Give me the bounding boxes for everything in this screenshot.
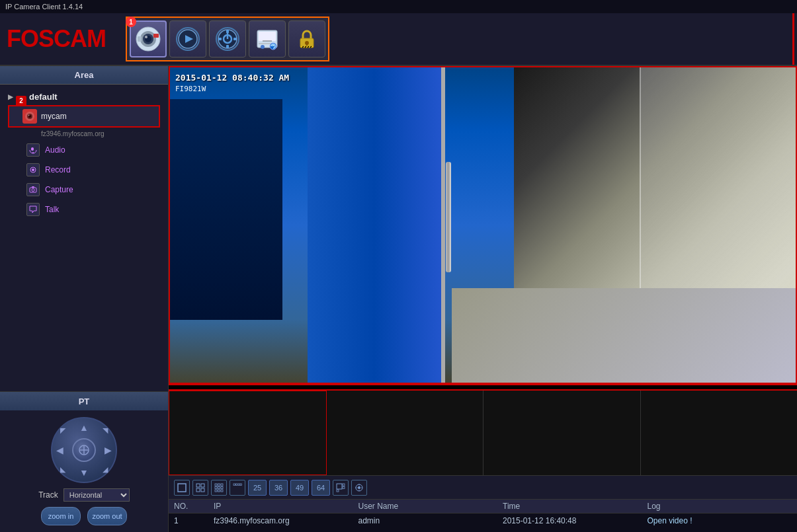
- pt-down-arrow[interactable]: ▼: [79, 467, 89, 478]
- pt-downleft-arrow[interactable]: ◣: [60, 465, 65, 474]
- layout-3x3-button[interactable]: [211, 480, 227, 496]
- record-label: Record: [45, 165, 71, 174]
- log-col-no: NO.: [174, 502, 214, 511]
- pt-upleft-arrow[interactable]: ◤: [60, 426, 65, 435]
- log-row-ip: fz3946.myfoscam.org: [214, 516, 358, 525]
- pt-right-arrow[interactable]: ▶: [105, 445, 112, 455]
- video-area: 2015-01-12 08:40:32 AM FI9821W: [169, 66, 797, 532]
- secondary-videos: [169, 389, 797, 475]
- zoom-in-label: zoom in: [48, 512, 74, 520]
- camera-item[interactable]: mycam: [8, 105, 160, 128]
- record-icon: [26, 163, 40, 176]
- layout-36-button[interactable]: 36: [269, 480, 288, 496]
- talk-menu-item[interactable]: Talk: [5, 200, 163, 219]
- pt-center-button[interactable]: [72, 438, 96, 462]
- capture-label: Capture: [45, 185, 73, 194]
- svg-point-44: [32, 189, 34, 192]
- svg-rect-60: [215, 490, 217, 492]
- zoom-out-label: zoom out: [92, 512, 122, 520]
- layout-custom1-button[interactable]: [333, 480, 349, 496]
- settings-button[interactable]: [209, 20, 246, 57]
- record-menu-item[interactable]: Record: [5, 160, 163, 180]
- svg-rect-68: [343, 484, 345, 486]
- svg-rect-39: [31, 147, 34, 151]
- audio-icon: [26, 143, 40, 157]
- camera-button[interactable]: 1: [130, 20, 167, 57]
- play-button[interactable]: [169, 20, 206, 57]
- zoom-row: zoom in zoom out: [41, 507, 127, 525]
- layout-25-button[interactable]: 25: [248, 480, 267, 496]
- svg-rect-63: [233, 484, 235, 486]
- zoom-in-button[interactable]: zoom in: [41, 507, 81, 525]
- video-timestamp: 2015-01-12 08:40:32 AM: [175, 73, 289, 83]
- svg-rect-52: [196, 488, 200, 492]
- capture-menu-item[interactable]: Capture: [5, 180, 163, 200]
- video-divider: [169, 384, 797, 389]
- pt-downright-arrow[interactable]: ◢: [103, 465, 108, 474]
- audio-menu-item[interactable]: Audio: [5, 140, 163, 160]
- lock-button[interactable]: [288, 20, 325, 57]
- pt-joystick: ▲ ▼ ◀ ▶ ◤ ◥ ◣ ◢: [51, 417, 117, 483]
- pt-left-arrow[interactable]: ◀: [56, 445, 63, 455]
- camera-group: ▶ 2 default: [0, 87, 168, 222]
- layout-2x2-button[interactable]: [192, 480, 208, 496]
- log-col-ip: IP: [214, 502, 358, 511]
- camera-num-badge: 1: [126, 17, 136, 27]
- svg-point-22: [261, 45, 265, 49]
- video-toolbar: 25 36 49 64: [169, 475, 797, 499]
- svg-rect-15: [218, 38, 222, 40]
- network-button[interactable]: [249, 20, 286, 57]
- pt-section: PT ▲ ▼ ◀ ▶ ◤ ◥ ◣ ◢: [0, 391, 168, 532]
- layout-49-button[interactable]: 49: [290, 480, 309, 496]
- toolbar-buttons: 1: [126, 17, 329, 61]
- svg-rect-56: [221, 484, 223, 486]
- pt-upright-arrow[interactable]: ◥: [103, 426, 108, 435]
- fullscreen-button[interactable]: [351, 480, 367, 496]
- camera-url: fz3946.myfoscam.org: [22, 129, 163, 140]
- svg-rect-54: [215, 484, 217, 486]
- cam-door: [308, 67, 445, 383]
- svg-rect-62: [221, 490, 223, 492]
- secondary-video-1[interactable]: [169, 391, 327, 475]
- layout-1x1-button[interactable]: [174, 480, 190, 496]
- group-arrow: ▶: [8, 93, 13, 100]
- svg-point-42: [32, 169, 34, 171]
- log-col-log: Log: [648, 502, 792, 511]
- audio-label: Audio: [45, 145, 65, 155]
- log-row-action: Open video !: [648, 516, 792, 525]
- layout-64-button[interactable]: 64: [312, 480, 330, 496]
- svg-rect-16: [233, 38, 237, 40]
- cam-desk: [170, 99, 282, 320]
- cam-glass: [640, 67, 796, 288]
- main-video[interactable]: 2015-01-12 08:40:32 AM FI9821W: [169, 66, 797, 384]
- svg-rect-14: [226, 45, 229, 48]
- cam-floor-tiles: [452, 288, 796, 383]
- video-model: FI9821W: [175, 85, 206, 93]
- log-col-username: User Name: [358, 502, 503, 511]
- pt-ring: ▲ ▼ ◀ ▶ ◤ ◥ ◣ ◢: [51, 417, 117, 483]
- camera-group-header[interactable]: ▶ 2 default: [5, 90, 163, 104]
- settings-icon: [215, 26, 240, 52]
- cam-door-handle: [446, 162, 451, 272]
- lock-icon: [294, 26, 319, 52]
- area-header: Area: [0, 66, 168, 85]
- zoom-out-button[interactable]: zoom out: [87, 507, 127, 525]
- talk-label: Talk: [45, 205, 59, 214]
- layout-4x4-button[interactable]: [230, 480, 245, 496]
- secondary-video-4[interactable]: [641, 391, 798, 475]
- titlebar: IP Camera Client 1.4.14: [0, 0, 797, 13]
- camera-name: mycam: [41, 112, 67, 121]
- secondary-video-2[interactable]: [327, 391, 484, 475]
- track-select[interactable]: Horizontal Vertical Auto: [63, 488, 130, 502]
- camera-tree: ▶ 2 default: [0, 85, 168, 391]
- track-row: Track Horizontal Vertical Auto: [38, 488, 130, 502]
- svg-point-38: [28, 115, 30, 116]
- log-header: NO. IP User Name Time Log: [169, 500, 797, 513]
- app-title: IP Camera Client 1.4.14: [5, 3, 83, 11]
- svg-rect-58: [218, 486, 220, 488]
- talk-icon: [26, 203, 40, 216]
- svg-rect-45: [32, 186, 34, 188]
- track-label: Track: [38, 490, 58, 500]
- secondary-video-3[interactable]: [483, 391, 641, 475]
- pt-up-arrow[interactable]: ▲: [79, 422, 89, 433]
